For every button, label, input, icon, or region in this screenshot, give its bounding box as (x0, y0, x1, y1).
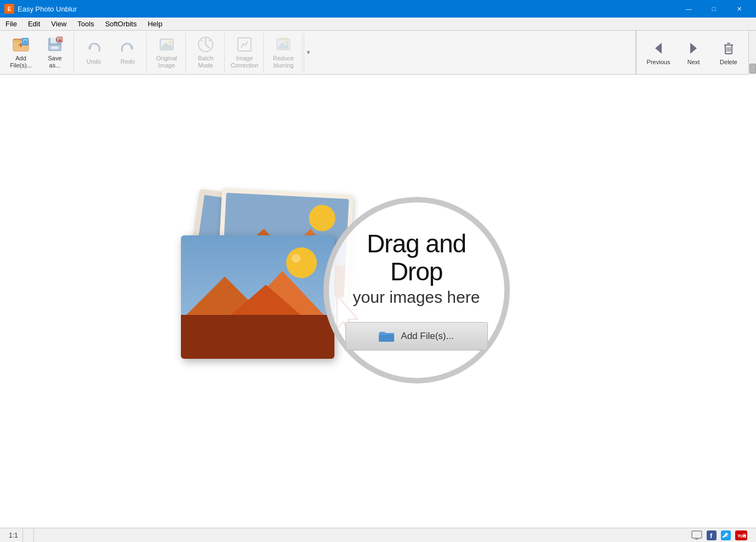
toolbar-correction-group: ImageCorrection (226, 33, 264, 72)
zoom-section: 1:1 (4, 528, 23, 542)
add-files-icon (12, 36, 30, 53)
main-area: Drag and Drop your images here Add File(… (0, 75, 756, 528)
delete-label: Delete (720, 59, 737, 66)
svg-rect-61 (181, 315, 334, 359)
toolbar-main-group: AddFile(s)... Saveas... (2, 33, 74, 72)
svg-rect-2 (13, 40, 20, 42)
app-icon: E (4, 4, 14, 14)
menu-bar: File Edit View Tools SoftOrbits Help (0, 18, 756, 31)
monitor-icon (691, 530, 702, 540)
original-image-icon (158, 36, 175, 53)
svg-rect-12 (52, 47, 58, 49)
folder-icon (379, 330, 394, 342)
image-correction-button[interactable]: ImageCorrection (228, 34, 261, 71)
original-image-button[interactable]: OriginalImage (150, 34, 183, 71)
batch-mode-icon (197, 36, 214, 53)
image-correction-label: ImageCorrection (231, 55, 259, 69)
undo-label: Undo (87, 58, 101, 65)
app-title: Easy Photo Unblur (18, 5, 676, 13)
drag-drop-title: Drag and Drop (345, 230, 488, 285)
reduce-blurring-button[interactable]: Reduceblurring (267, 34, 300, 71)
next-label: Next (687, 59, 700, 66)
menu-help[interactable]: Help (142, 18, 168, 30)
svg-point-30 (285, 41, 288, 44)
svg-rect-68 (379, 332, 385, 335)
toolbar-expand[interactable]: ▼ (304, 34, 312, 71)
next-icon (685, 39, 702, 57)
redo-icon (119, 39, 137, 57)
svg-rect-4 (20, 43, 21, 47)
undo-icon (85, 39, 103, 57)
twitter-icon (721, 530, 731, 540)
svg-point-63 (292, 254, 300, 263)
zoom-label: 1:1 (9, 532, 18, 539)
maximize-button[interactable]: □ (701, 0, 726, 18)
save-icon (46, 36, 64, 53)
delete-icon (720, 39, 737, 57)
youtube-icon: You (735, 530, 747, 540)
add-files-button[interactable]: AddFile(s)... (4, 34, 37, 71)
svg-point-21 (168, 41, 172, 44)
svg-point-62 (286, 247, 317, 278)
svg-text:f: f (710, 532, 713, 540)
toolbar-edit-group: Undo Redo (75, 33, 147, 72)
add-files-button-drop[interactable]: Add File(s)... (345, 322, 488, 351)
image-dims (27, 532, 29, 539)
toolbar-scrollbar[interactable] (748, 31, 756, 75)
original-image-label: OriginalImage (156, 55, 177, 69)
redo-button[interactable]: Redo (111, 34, 144, 71)
drop-circle-overlay: Drag and Drop your images here Add File(… (323, 197, 510, 383)
previous-label: Previous (647, 59, 670, 66)
menu-edit[interactable]: Edit (22, 18, 46, 30)
toolbar: AddFile(s)... Saveas... (0, 31, 756, 75)
reduce-blurring-label: Reduceblurring (273, 55, 294, 69)
title-bar: E Easy Photo Unblur — □ ✕ (0, 0, 756, 18)
menu-softorbits[interactable]: SoftOrbits (100, 18, 143, 30)
status-bar: 1:1 f You (0, 528, 756, 542)
save-as-button[interactable]: Saveas... (38, 34, 71, 71)
minimize-button[interactable]: — (676, 0, 701, 18)
social-icons: f You (687, 528, 752, 542)
svg-marker-35 (690, 43, 697, 54)
add-files-drop-label: Add File(s)... (401, 331, 453, 342)
add-files-label: AddFile(s)... (10, 55, 32, 69)
previous-button[interactable]: Previous (642, 34, 675, 71)
svg-point-15 (58, 37, 59, 39)
reduce-blurring-icon (275, 36, 292, 53)
svg-rect-69 (692, 531, 702, 538)
delete-button[interactable]: Delete (712, 34, 745, 71)
close-button[interactable]: ✕ (726, 0, 752, 18)
photo-card-front (181, 235, 334, 359)
image-correction-icon (236, 36, 253, 53)
facebook-icon: f (707, 530, 717, 540)
image-info-section (23, 528, 34, 542)
svg-line-26 (246, 41, 248, 46)
window-controls: — □ ✕ (676, 0, 752, 18)
toolbar-batch-group: BatchMode (187, 33, 225, 72)
svg-marker-34 (655, 43, 662, 54)
menu-view[interactable]: View (46, 18, 72, 30)
previous-icon (650, 39, 667, 57)
drag-drop-subtitle: your images here (353, 288, 480, 307)
svg-rect-67 (379, 335, 394, 342)
menu-tools[interactable]: Tools (72, 18, 99, 30)
redo-label: Redo (121, 58, 135, 65)
drop-zone-illustration: Drag and Drop your images here Add File(… (164, 186, 592, 416)
menu-file[interactable]: File (0, 18, 22, 30)
batch-mode-label: BatchMode (198, 55, 213, 69)
toolbar-blur-group: Reduceblurring (265, 33, 303, 72)
next-button[interactable]: Next (677, 34, 710, 71)
undo-button[interactable]: Undo (77, 34, 110, 71)
batch-mode-button[interactable]: BatchMode (189, 34, 222, 71)
save-as-label: Saveas... (48, 55, 61, 69)
svg-line-24 (241, 43, 243, 48)
toolbar-image-group: OriginalImage (148, 33, 186, 72)
